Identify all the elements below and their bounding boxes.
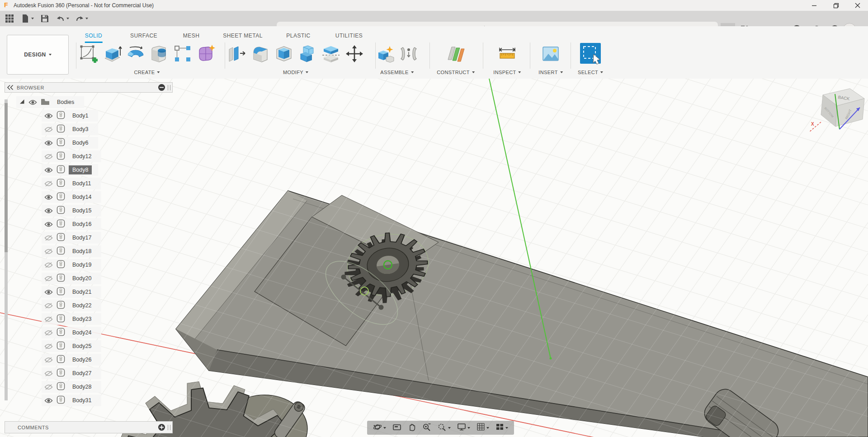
joint-icon[interactable]	[398, 43, 419, 64]
browser-item-body28[interactable]: Body28	[42, 381, 101, 393]
look-at-tool[interactable]	[390, 423, 404, 433]
fit-tool[interactable]	[435, 423, 453, 433]
hole-icon[interactable]	[149, 43, 170, 64]
ribbon-tab-surface[interactable]: SURFACE	[130, 33, 157, 42]
visibility-eye-icon[interactable]	[44, 384, 53, 390]
visibility-eye-icon[interactable]	[44, 167, 53, 173]
visibility-eye-icon[interactable]	[44, 289, 53, 295]
visibility-eye-icon[interactable]	[44, 330, 53, 336]
display-settings-tool[interactable]	[455, 423, 472, 433]
insert-image-icon[interactable]	[540, 43, 561, 64]
panel-resize-grip[interactable]	[168, 425, 170, 430]
comments-expand-button[interactable]	[158, 424, 165, 431]
comments-panel[interactable]: COMMENTS	[5, 421, 173, 433]
grid-layout-tool[interactable]	[474, 423, 491, 433]
visibility-eye-icon[interactable]	[44, 127, 53, 132]
visibility-eye-icon[interactable]	[44, 113, 53, 119]
create-sketch-icon[interactable]	[78, 43, 99, 64]
visibility-eye-icon[interactable]	[44, 181, 53, 187]
ribbon-tab-sheet-metal[interactable]: SHEET METAL	[223, 33, 263, 42]
browser-item-body24[interactable]: Body24	[42, 327, 101, 338]
visibility-eye-icon[interactable]	[44, 154, 53, 160]
browser-item-body20[interactable]: Body20	[42, 273, 101, 284]
visibility-eye-icon[interactable]	[44, 262, 53, 268]
browser-scrollbar[interactable]	[5, 99, 8, 400]
browser-scrollbar-thumb[interactable]	[5, 103, 8, 252]
create-form-icon[interactable]	[196, 43, 217, 64]
fillet-icon[interactable]	[250, 43, 271, 64]
body-label[interactable]: Body23	[69, 315, 95, 324]
body-label[interactable]: Body19	[69, 260, 95, 269]
body-label[interactable]: Body15	[69, 206, 95, 215]
body-label[interactable]: Body26	[69, 355, 95, 364]
collapse-panel-icon[interactable]	[7, 85, 14, 90]
browser-item-body15[interactable]: Body15	[42, 205, 101, 216]
insert-menu[interactable]: INSERT	[538, 70, 563, 75]
browser-item-body11[interactable]: Body11	[42, 178, 101, 189]
visibility-eye-icon[interactable]	[44, 208, 53, 214]
visibility-eye-icon[interactable]	[44, 221, 53, 227]
modify-menu[interactable]: MODIFY	[283, 70, 308, 75]
workspace-selector[interactable]: DESIGN	[7, 35, 69, 75]
inspect-menu[interactable]: INSPECT	[493, 70, 521, 75]
body-label[interactable]: Body16	[69, 220, 95, 229]
browser-item-body8[interactable]: Body8	[42, 164, 98, 176]
body-label[interactable]: Body11	[69, 179, 94, 188]
body-label[interactable]: Body18	[69, 247, 95, 256]
data-panel-icon[interactable]	[4, 13, 15, 24]
extrude-icon[interactable]	[102, 43, 123, 64]
browser-item-body23[interactable]: Body23	[42, 313, 101, 325]
model-canvas[interactable]: BACK RIGHT BOTTOM X	[0, 79, 868, 437]
visibility-eye-icon[interactable]	[44, 303, 53, 309]
visibility-eye-icon[interactable]	[44, 140, 53, 146]
body-label[interactable]: Body20	[69, 274, 95, 283]
body-label[interactable]: Body24	[69, 328, 95, 337]
minimize-button[interactable]	[804, 0, 825, 11]
split-body-icon[interactable]	[321, 43, 341, 64]
browser-item-body17[interactable]: Body17	[42, 232, 101, 244]
visibility-eye-icon[interactable]	[44, 276, 53, 282]
ribbon-tab-mesh[interactable]: MESH	[183, 33, 200, 42]
browser-item-body14[interactable]: Body14	[42, 191, 101, 203]
expand-arrow-icon[interactable]	[19, 99, 25, 106]
browser-item-body26[interactable]: Body26	[42, 354, 101, 366]
undo-button[interactable]	[54, 13, 71, 24]
folder-visibility-eye-icon[interactable]	[28, 99, 37, 105]
browser-item-body19[interactable]: Body19	[42, 259, 101, 271]
body-label[interactable]: Body14	[69, 193, 95, 202]
body-label[interactable]: Body28	[69, 382, 95, 391]
body-label[interactable]: Body21	[69, 287, 95, 296]
browser-item-body3[interactable]: Body3	[42, 123, 98, 135]
body-label[interactable]: Body6	[69, 138, 92, 147]
visibility-eye-icon[interactable]	[44, 316, 53, 322]
assemble-menu[interactable]: ASSEMBLE	[380, 70, 414, 75]
body-label[interactable]: Body27	[69, 369, 95, 378]
move-copy-icon[interactable]	[344, 43, 365, 64]
ribbon-tab-plastic[interactable]: PLASTIC	[286, 33, 311, 42]
folder-label[interactable]: Bodies	[53, 98, 78, 107]
browser-collapse-button[interactable]	[158, 84, 165, 91]
browser-item-body21[interactable]: Body21	[42, 286, 101, 298]
body-label[interactable]: Body12	[69, 152, 95, 161]
press-pull-icon[interactable]	[226, 43, 247, 64]
visibility-eye-icon[interactable]	[44, 357, 53, 363]
body-label[interactable]: Body22	[69, 301, 95, 310]
save-button[interactable]	[39, 13, 51, 24]
revolve-icon[interactable]	[125, 43, 146, 64]
orbit-tool[interactable]	[371, 423, 388, 433]
visibility-eye-icon[interactable]	[44, 194, 53, 200]
combine-icon[interactable]	[297, 43, 318, 64]
browser-item-body18[interactable]: Body18	[42, 245, 101, 257]
zoom-tool[interactable]	[420, 423, 434, 433]
viewport-3d[interactable]: BACK RIGHT BOTTOM X BROWSER BodiesBody1B…	[0, 79, 868, 437]
body-label[interactable]: Body17	[69, 233, 95, 242]
visibility-eye-icon[interactable]	[44, 371, 53, 376]
new-component-icon[interactable]	[375, 43, 396, 64]
panel-resize-grip[interactable]	[168, 85, 170, 90]
visibility-eye-icon[interactable]	[44, 343, 53, 349]
body-label[interactable]: Body31	[69, 396, 95, 405]
browser-item-body6[interactable]: Body6	[42, 137, 98, 149]
browser-folder-bodies[interactable]: Bodies	[16, 96, 84, 108]
body-label[interactable]: Body3	[69, 125, 92, 134]
browser-item-body12[interactable]: Body12	[42, 150, 101, 162]
